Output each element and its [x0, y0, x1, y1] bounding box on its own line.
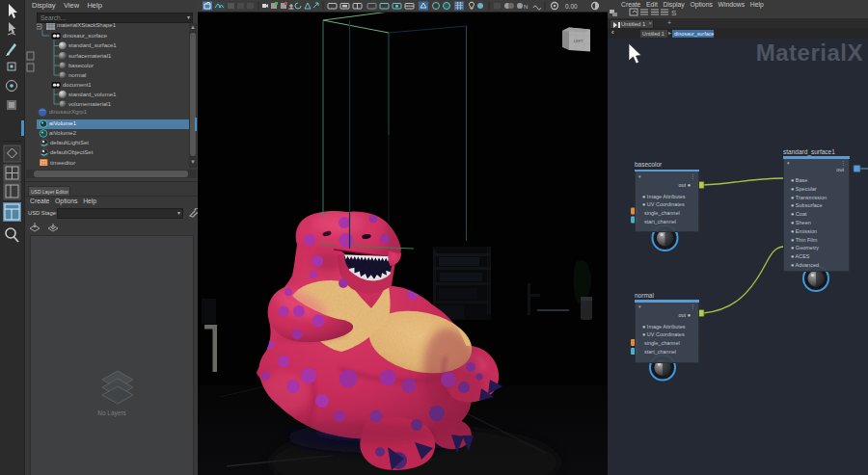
svg-text:S: S [671, 9, 676, 17]
svg-text:0.00: 0.00 [565, 3, 578, 10]
svg-text:LEFT: LEFT [574, 39, 583, 43]
svg-text:N: N [524, 4, 528, 10]
